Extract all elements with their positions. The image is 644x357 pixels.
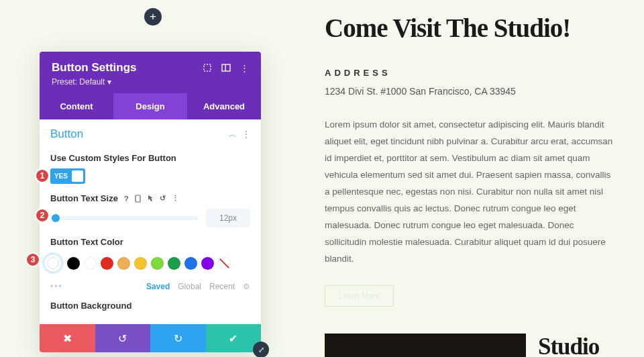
- callout-badge-1: 1: [35, 168, 50, 183]
- text-size-slider[interactable]: [50, 216, 198, 220]
- toggle-knob: [72, 170, 83, 182]
- swatch-lime[interactable]: [151, 257, 164, 270]
- swatch-orange[interactable]: [117, 257, 130, 270]
- hover-icon[interactable]: [147, 195, 154, 203]
- responsive-icon[interactable]: [135, 195, 141, 203]
- swatch-yellow[interactable]: [134, 257, 147, 270]
- section-more-icon[interactable]: ⋮: [242, 130, 250, 139]
- add-section-button[interactable]: +: [144, 8, 162, 26]
- page-content: Come Visit The Studio! ADDRESS 1234 Divi…: [325, 13, 617, 307]
- color-swatches: [50, 252, 250, 274]
- tab-design[interactable]: Design: [113, 93, 187, 119]
- palette-recent[interactable]: Recent: [209, 282, 235, 291]
- text-size-label: Button Text Size: [50, 193, 118, 203]
- tab-content[interactable]: Content: [40, 93, 113, 119]
- swatch-black[interactable]: [67, 257, 80, 270]
- studio-title: Studio: [538, 334, 599, 357]
- expand-icon[interactable]: [203, 63, 212, 73]
- use-custom-toggle[interactable]: YES: [50, 168, 85, 184]
- redo-button[interactable]: ↻: [150, 324, 206, 352]
- learn-more-button[interactable]: Learn More: [325, 285, 394, 307]
- palette-settings-icon[interactable]: ⚙: [243, 282, 250, 291]
- use-custom-label: Use Custom Styles For Button: [50, 153, 250, 163]
- page-headline: Come Visit The Studio!: [325, 13, 617, 44]
- reset-icon[interactable]: ↺: [160, 194, 166, 203]
- callout-badge-3: 3: [25, 252, 40, 267]
- toggle-text: YES: [50, 172, 68, 180]
- palette-global[interactable]: Global: [178, 282, 201, 291]
- cancel-button[interactable]: ✖: [40, 324, 95, 352]
- collapse-icon[interactable]: ︿: [229, 129, 237, 140]
- swatch-green[interactable]: [168, 257, 180, 270]
- settings-panel: Button Settings ⋮ Preset: Default ▾ Cont…: [40, 52, 261, 352]
- swatch-selected[interactable]: [42, 252, 64, 274]
- svg-rect-0: [204, 64, 211, 71]
- panel-header: Button Settings ⋮ Preset: Default ▾: [40, 52, 261, 93]
- studio-block: Studio: [325, 334, 617, 357]
- palette-more[interactable]: •••: [50, 282, 63, 291]
- studio-image: [325, 334, 526, 357]
- callout-badge-2: 2: [35, 208, 50, 223]
- swatch-white[interactable]: [84, 257, 97, 270]
- text-color-label: Button Text Color: [50, 237, 250, 247]
- resize-handle[interactable]: ⤢: [253, 342, 269, 357]
- layout-icon[interactable]: [221, 63, 231, 73]
- bg-label: Button Background: [50, 301, 250, 311]
- preset-selector[interactable]: Preset: Default ▾: [52, 77, 249, 87]
- panel-title: Button Settings: [52, 61, 137, 74]
- help-icon[interactable]: ?: [124, 195, 129, 203]
- address-label: ADDRESS: [325, 68, 617, 78]
- swatch-none[interactable]: [218, 257, 231, 270]
- panel-body: Button ︿ ⋮ Use Custom Styles For Button …: [40, 119, 261, 324]
- swatch-blue[interactable]: [184, 257, 197, 270]
- text-size-input[interactable]: [206, 209, 250, 227]
- section-title[interactable]: Button: [50, 128, 83, 141]
- swatch-red[interactable]: [101, 257, 113, 270]
- palette-saved[interactable]: Saved: [146, 282, 170, 291]
- action-bar: ✖ ↺ ↻ ✔: [40, 324, 261, 352]
- body-paragraph: Lorem ipsum dolor sit amet, consectetur …: [325, 117, 617, 268]
- address-text: 1234 Divi St. #1000 San Francisco, CA 33…: [325, 86, 617, 97]
- svg-rect-1: [222, 64, 230, 71]
- tab-advanced[interactable]: Advanced: [187, 93, 261, 119]
- tab-bar: Content Design Advanced: [40, 93, 261, 119]
- field-more-icon[interactable]: ⋮: [172, 194, 179, 203]
- more-icon[interactable]: ⋮: [240, 63, 249, 73]
- slider-thumb[interactable]: [52, 214, 60, 222]
- swatch-purple[interactable]: [201, 257, 214, 270]
- undo-button[interactable]: ↺: [95, 324, 151, 352]
- svg-rect-3: [136, 195, 140, 202]
